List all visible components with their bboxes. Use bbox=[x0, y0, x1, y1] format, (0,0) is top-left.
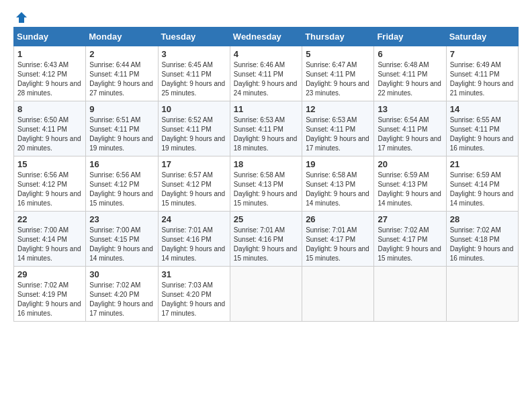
day-info: Sunrise: 7:02 AMSunset: 4:20 PMDaylight:… bbox=[89, 281, 154, 318]
calendar-cell: 28 Sunrise: 7:02 AMSunset: 4:18 PMDaylig… bbox=[446, 212, 518, 267]
day-info: Sunrise: 6:59 AMSunset: 4:14 PMDaylight:… bbox=[450, 171, 515, 208]
day-number: 21 bbox=[450, 159, 515, 169]
svg-marker-0 bbox=[16, 12, 27, 23]
day-number: 3 bbox=[162, 49, 226, 59]
calendar-cell: 9 Sunrise: 6:51 AMSunset: 4:11 PMDayligh… bbox=[86, 101, 158, 156]
day-number: 17 bbox=[162, 159, 226, 169]
day-header-tuesday: Tuesday bbox=[158, 28, 230, 46]
day-info: Sunrise: 6:56 AMSunset: 4:12 PMDaylight:… bbox=[89, 171, 154, 208]
day-info: Sunrise: 7:01 AMSunset: 4:16 PMDaylight:… bbox=[234, 226, 298, 263]
day-info: Sunrise: 7:01 AMSunset: 4:16 PMDaylight:… bbox=[162, 226, 226, 263]
calendar-cell: 14 Sunrise: 6:55 AMSunset: 4:11 PMDaylig… bbox=[446, 101, 518, 156]
calendar-week-row: 15 Sunrise: 6:56 AMSunset: 4:12 PMDaylig… bbox=[14, 156, 519, 212]
day-info: Sunrise: 6:55 AMSunset: 4:11 PMDaylight:… bbox=[450, 116, 515, 153]
day-number: 28 bbox=[450, 214, 515, 224]
calendar-cell: 29 Sunrise: 7:02 AMSunset: 4:19 PMDaylig… bbox=[14, 267, 86, 322]
day-number: 23 bbox=[89, 214, 154, 224]
day-number: 20 bbox=[378, 159, 442, 169]
day-number: 7 bbox=[450, 49, 515, 59]
day-number: 15 bbox=[17, 159, 82, 169]
logo-icon bbox=[15, 11, 28, 24]
calendar-cell: 30 Sunrise: 7:02 AMSunset: 4:20 PMDaylig… bbox=[86, 267, 158, 322]
day-number: 16 bbox=[89, 159, 154, 169]
day-number: 6 bbox=[378, 49, 442, 59]
day-number: 2 bbox=[89, 49, 154, 59]
day-info: Sunrise: 6:47 AMSunset: 4:11 PMDaylight:… bbox=[306, 60, 370, 98]
calendar-cell: 12 Sunrise: 6:53 AMSunset: 4:11 PMDaylig… bbox=[302, 101, 374, 156]
calendar-cell bbox=[302, 267, 374, 322]
calendar-cell: 10 Sunrise: 6:52 AMSunset: 4:11 PMDaylig… bbox=[158, 101, 230, 156]
day-number: 22 bbox=[17, 214, 82, 224]
calendar-cell: 24 Sunrise: 7:01 AMSunset: 4:16 PMDaylig… bbox=[158, 212, 230, 267]
day-number: 12 bbox=[306, 104, 370, 114]
calendar-week-row: 1 Sunrise: 6:43 AMSunset: 4:12 PMDayligh… bbox=[14, 46, 519, 101]
day-info: Sunrise: 6:58 AMSunset: 4:13 PMDaylight:… bbox=[306, 171, 370, 208]
calendar-cell: 20 Sunrise: 6:59 AMSunset: 4:13 PMDaylig… bbox=[374, 156, 446, 212]
calendar-cell: 18 Sunrise: 6:58 AMSunset: 4:13 PMDaylig… bbox=[230, 156, 302, 212]
calendar-cell: 4 Sunrise: 6:46 AMSunset: 4:11 PMDayligh… bbox=[230, 46, 302, 101]
day-info: Sunrise: 6:46 AMSunset: 4:11 PMDaylight:… bbox=[234, 60, 298, 98]
calendar-cell: 8 Sunrise: 6:50 AMSunset: 4:11 PMDayligh… bbox=[14, 101, 86, 156]
day-info: Sunrise: 6:58 AMSunset: 4:13 PMDaylight:… bbox=[234, 171, 298, 208]
day-info: Sunrise: 6:59 AMSunset: 4:13 PMDaylight:… bbox=[378, 171, 442, 208]
day-header-monday: Monday bbox=[86, 28, 158, 46]
calendar: SundayMondayTuesdayWednesdayThursdayFrid… bbox=[13, 27, 519, 322]
calendar-cell: 27 Sunrise: 7:02 AMSunset: 4:17 PMDaylig… bbox=[374, 212, 446, 267]
calendar-cell: 7 Sunrise: 6:49 AMSunset: 4:11 PMDayligh… bbox=[446, 46, 518, 101]
day-number: 5 bbox=[306, 49, 370, 59]
calendar-cell bbox=[230, 267, 302, 322]
day-number: 26 bbox=[306, 214, 370, 224]
day-info: Sunrise: 6:50 AMSunset: 4:11 PMDaylight:… bbox=[17, 116, 82, 153]
calendar-cell: 15 Sunrise: 6:56 AMSunset: 4:12 PMDaylig… bbox=[14, 156, 86, 212]
day-info: Sunrise: 6:51 AMSunset: 4:11 PMDaylight:… bbox=[89, 116, 154, 153]
day-header-saturday: Saturday bbox=[446, 28, 518, 46]
day-info: Sunrise: 6:49 AMSunset: 4:11 PMDaylight:… bbox=[450, 60, 515, 98]
day-number: 14 bbox=[450, 104, 515, 114]
logo bbox=[13, 11, 28, 21]
calendar-cell: 17 Sunrise: 6:57 AMSunset: 4:12 PMDaylig… bbox=[158, 156, 230, 212]
calendar-cell: 31 Sunrise: 7:03 AMSunset: 4:20 PMDaylig… bbox=[158, 267, 230, 322]
day-info: Sunrise: 6:56 AMSunset: 4:12 PMDaylight:… bbox=[17, 171, 82, 208]
day-number: 8 bbox=[17, 104, 82, 114]
calendar-header-row: SundayMondayTuesdayWednesdayThursdayFrid… bbox=[14, 28, 519, 46]
calendar-cell: 5 Sunrise: 6:47 AMSunset: 4:11 PMDayligh… bbox=[302, 46, 374, 101]
day-info: Sunrise: 7:00 AMSunset: 4:15 PMDaylight:… bbox=[89, 226, 154, 263]
calendar-cell bbox=[374, 267, 446, 322]
day-number: 4 bbox=[234, 49, 298, 59]
calendar-cell: 25 Sunrise: 7:01 AMSunset: 4:16 PMDaylig… bbox=[230, 212, 302, 267]
day-number: 24 bbox=[162, 214, 226, 224]
calendar-week-row: 22 Sunrise: 7:00 AMSunset: 4:14 PMDaylig… bbox=[14, 212, 519, 267]
day-header-thursday: Thursday bbox=[302, 28, 374, 46]
day-header-wednesday: Wednesday bbox=[230, 28, 302, 46]
day-number: 30 bbox=[89, 269, 154, 279]
day-number: 9 bbox=[89, 104, 154, 114]
day-number: 19 bbox=[306, 159, 370, 169]
calendar-cell: 22 Sunrise: 7:00 AMSunset: 4:14 PMDaylig… bbox=[14, 212, 86, 267]
day-info: Sunrise: 6:44 AMSunset: 4:11 PMDaylight:… bbox=[89, 60, 154, 98]
day-number: 29 bbox=[17, 269, 82, 279]
day-number: 27 bbox=[378, 214, 442, 224]
calendar-week-row: 29 Sunrise: 7:02 AMSunset: 4:19 PMDaylig… bbox=[14, 267, 519, 322]
day-info: Sunrise: 6:52 AMSunset: 4:11 PMDaylight:… bbox=[162, 116, 226, 153]
day-info: Sunrise: 6:57 AMSunset: 4:12 PMDaylight:… bbox=[162, 171, 226, 208]
calendar-cell: 23 Sunrise: 7:00 AMSunset: 4:15 PMDaylig… bbox=[86, 212, 158, 267]
day-number: 18 bbox=[234, 159, 298, 169]
day-info: Sunrise: 6:53 AMSunset: 4:11 PMDaylight:… bbox=[234, 116, 298, 153]
day-number: 11 bbox=[234, 104, 298, 114]
day-info: Sunrise: 6:43 AMSunset: 4:12 PMDaylight:… bbox=[17, 60, 82, 98]
day-info: Sunrise: 6:54 AMSunset: 4:11 PMDaylight:… bbox=[378, 116, 442, 153]
calendar-cell: 13 Sunrise: 6:54 AMSunset: 4:11 PMDaylig… bbox=[374, 101, 446, 156]
day-info: Sunrise: 7:02 AMSunset: 4:19 PMDaylight:… bbox=[17, 281, 82, 318]
calendar-cell: 11 Sunrise: 6:53 AMSunset: 4:11 PMDaylig… bbox=[230, 101, 302, 156]
calendar-cell: 21 Sunrise: 6:59 AMSunset: 4:14 PMDaylig… bbox=[446, 156, 518, 212]
day-number: 1 bbox=[17, 49, 82, 59]
day-info: Sunrise: 7:02 AMSunset: 4:18 PMDaylight:… bbox=[450, 226, 515, 263]
day-number: 25 bbox=[234, 214, 298, 224]
calendar-cell: 3 Sunrise: 6:45 AMSunset: 4:11 PMDayligh… bbox=[158, 46, 230, 101]
day-header-friday: Friday bbox=[374, 28, 446, 46]
calendar-cell: 1 Sunrise: 6:43 AMSunset: 4:12 PMDayligh… bbox=[14, 46, 86, 101]
day-header-sunday: Sunday bbox=[14, 28, 86, 46]
day-number: 31 bbox=[162, 269, 226, 279]
day-info: Sunrise: 6:45 AMSunset: 4:11 PMDaylight:… bbox=[162, 60, 226, 98]
day-info: Sunrise: 7:02 AMSunset: 4:17 PMDaylight:… bbox=[378, 226, 442, 263]
